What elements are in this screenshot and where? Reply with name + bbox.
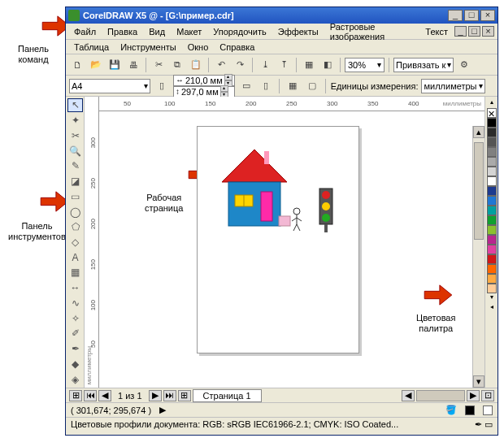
menu-table[interactable]: Таблица <box>69 41 114 54</box>
print-button[interactable]: 🖶 <box>125 57 141 73</box>
tool-freehand[interactable]: ✎ <box>67 159 83 173</box>
tool-pick[interactable]: ↖ <box>67 98 83 112</box>
page-width-input[interactable]: ↔210,0 мм▴▾ <box>173 75 235 86</box>
swatch[interactable] <box>487 118 497 128</box>
minimize-button[interactable]: _ <box>448 10 463 21</box>
swatch[interactable] <box>487 206 497 215</box>
orientation-portrait-button[interactable]: ▯ <box>154 78 170 94</box>
tool-fill[interactable]: ◆ <box>67 357 83 371</box>
toolbox: ↖ ✦ ✂ 🔍 ✎ ◪ ▭ ◯ ⬠ ◇ A ▦ ↔ ∿ ✧ ✐ ✒ ◆ ◈ <box>66 97 85 388</box>
all-pages-button[interactable]: ▦ <box>285 78 301 94</box>
swatch[interactable] <box>487 284 497 293</box>
hscroll-thumb[interactable] <box>416 390 465 401</box>
swatch[interactable] <box>487 137 497 147</box>
undo-button[interactable]: ↶ <box>213 57 229 73</box>
menu-text[interactable]: Текст <box>420 25 453 38</box>
swatch-none[interactable]: ✕ <box>487 108 497 118</box>
add-page-after-button[interactable]: ⊞ <box>178 390 191 401</box>
scrollbar-vertical[interactable]: ▴ ▾ <box>472 126 484 388</box>
tool-interactive-fill[interactable]: ◈ <box>67 372 83 386</box>
tool-eyedropper[interactable]: ✐ <box>67 327 83 340</box>
landscape-button[interactable]: ▯ <box>258 78 274 94</box>
tool-crop[interactable]: ✂ <box>67 128 83 142</box>
swatch[interactable] <box>487 215 497 225</box>
paper-size-combo[interactable]: A4▾ <box>69 79 150 93</box>
swatch[interactable] <box>487 254 497 264</box>
tool-zoom[interactable]: 🔍 <box>67 144 83 158</box>
redo-button[interactable]: ↷ <box>232 57 248 73</box>
swatch[interactable] <box>487 274 497 284</box>
add-page-button[interactable]: ⊞ <box>69 390 82 401</box>
hscroll-right[interactable]: ▶ <box>467 390 480 401</box>
menu-bitmaps[interactable]: Растровые изображения <box>325 20 419 43</box>
swatch[interactable] <box>487 196 497 206</box>
tool-connector[interactable]: ∿ <box>67 297 83 310</box>
tool-polygon[interactable]: ⬠ <box>67 220 83 234</box>
portrait-button[interactable]: ▭ <box>238 78 254 94</box>
options-button[interactable]: ⚙ <box>456 57 472 73</box>
menu-arrange[interactable]: Упорядочить <box>208 25 271 38</box>
swatch[interactable] <box>487 235 497 245</box>
palette-flyout[interactable]: ◂ <box>490 303 493 313</box>
tool-interactive[interactable]: ✧ <box>67 311 83 325</box>
tool-table[interactable]: ▦ <box>67 266 83 280</box>
palette-scroll-up[interactable]: ▴ <box>490 98 493 108</box>
open-button[interactable]: 📂 <box>88 57 104 73</box>
menu-effects[interactable]: Эффекты <box>273 25 324 38</box>
tool-text[interactable]: A <box>67 250 83 264</box>
canvas[interactable]: Рабочая страница Цветовая палитра <box>99 111 484 388</box>
menu-help[interactable]: Справка <box>215 41 259 54</box>
swatch[interactable] <box>487 186 497 196</box>
maximize-button[interactable]: □ <box>464 10 479 21</box>
swatch[interactable] <box>487 147 497 157</box>
tool-smart-fill[interactable]: ◪ <box>67 175 83 189</box>
menu-tools[interactable]: Инструменты <box>115 41 181 54</box>
zoom-combo[interactable]: 30%▾ <box>345 58 385 72</box>
prev-page-button[interactable]: ◀ <box>98 390 111 401</box>
tool-ellipse[interactable]: ◯ <box>67 205 83 219</box>
child-minimize-button[interactable]: _ <box>454 26 467 37</box>
tool-outline[interactable]: ✒ <box>67 342 83 356</box>
menu-window[interactable]: Окно <box>183 41 214 54</box>
swatch[interactable] <box>487 225 497 235</box>
swatch[interactable] <box>487 264 497 274</box>
swatch[interactable] <box>487 167 497 176</box>
menu-view[interactable]: Вид <box>144 25 170 38</box>
tool-shape[interactable]: ✦ <box>67 114 83 128</box>
menu-layout[interactable]: Макет <box>172 25 206 38</box>
outline-swatch[interactable] <box>483 405 493 415</box>
welcome-button[interactable]: ◧ <box>319 57 336 73</box>
menu-file[interactable]: Файл <box>69 25 101 38</box>
swatch[interactable] <box>487 128 497 137</box>
tool-basic-shapes[interactable]: ◇ <box>67 236 83 249</box>
paste-button[interactable]: 📋 <box>188 57 204 73</box>
last-page-button[interactable]: ⏭ <box>163 390 176 401</box>
tool-rectangle[interactable]: ▭ <box>67 189 83 203</box>
next-page-button[interactable]: ▶ <box>149 390 162 401</box>
save-button[interactable]: 💾 <box>106 57 123 73</box>
hscroll-left[interactable]: ◀ <box>402 390 415 401</box>
export-button[interactable]: ⤒ <box>276 57 292 73</box>
single-page-button[interactable]: ▢ <box>304 78 320 94</box>
child-maximize-button[interactable]: □ <box>468 26 480 37</box>
tool-dimension[interactable]: ↔ <box>67 281 83 295</box>
first-page-button[interactable]: ⏮ <box>84 390 97 401</box>
app-launcher-button[interactable]: ▦ <box>301 57 317 73</box>
page-height-input[interactable]: ↕297,0 мм▴▾ <box>173 86 235 98</box>
copy-button[interactable]: ⧉ <box>169 57 185 73</box>
import-button[interactable]: ⤓ <box>257 57 273 73</box>
nav-flyout[interactable]: ⊡ <box>481 390 494 401</box>
child-close-button[interactable]: × <box>482 26 494 37</box>
snap-combo[interactable]: Привязать к▾ <box>393 58 454 72</box>
swatch[interactable] <box>487 176 497 186</box>
menu-edit[interactable]: Правка <box>102 25 142 38</box>
new-button[interactable]: 🗋 <box>69 57 85 73</box>
fill-swatch[interactable] <box>465 405 475 415</box>
swatch[interactable] <box>487 157 497 167</box>
close-button[interactable]: × <box>480 10 495 21</box>
page-tab[interactable]: Страница 1 <box>193 389 262 402</box>
cut-button[interactable]: ✂ <box>150 57 167 73</box>
swatch[interactable] <box>487 245 497 254</box>
units-combo[interactable]: миллиметры▾ <box>421 79 484 93</box>
palette-scroll-down[interactable]: ▾ <box>490 293 493 303</box>
